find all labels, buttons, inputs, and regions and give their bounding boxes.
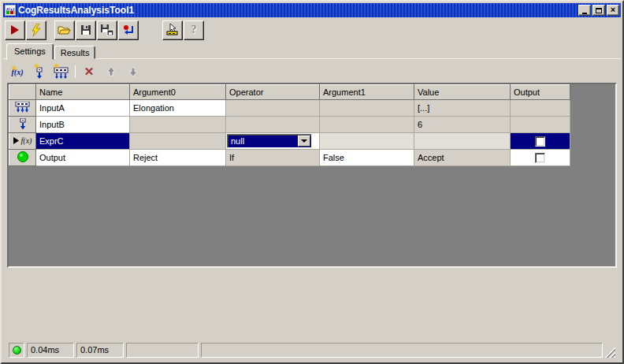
arrow-up-icon bbox=[106, 66, 117, 77]
tab-settings[interactable]: Settings bbox=[6, 43, 54, 60]
add-input-button[interactable]: ✳ bbox=[31, 64, 48, 80]
cell-name[interactable]: Output bbox=[36, 150, 130, 166]
cell-value[interactable] bbox=[414, 133, 511, 150]
open-folder-icon bbox=[58, 24, 72, 36]
cell-operator[interactable] bbox=[226, 117, 320, 133]
new-input-icon: ✳ bbox=[34, 65, 45, 80]
help-button: ? bbox=[184, 20, 204, 40]
dropdown-button[interactable] bbox=[298, 136, 310, 147]
operator-dropdown[interactable]: null bbox=[227, 134, 312, 148]
grid-toolbar: ✳f(x)✳✳✕ bbox=[7, 61, 617, 83]
open-button[interactable] bbox=[54, 20, 75, 40]
cell-name[interactable]: ExprC bbox=[36, 133, 130, 150]
cell-name[interactable]: InputB bbox=[36, 117, 130, 133]
resize-grip[interactable] bbox=[605, 347, 615, 358]
delete-x-icon: ✕ bbox=[84, 65, 95, 79]
cog-results-analysis-tool-window: f(x) CogResultsAnalysisTool1 × ? Setting… bbox=[0, 0, 624, 364]
delete-button[interactable]: ✕ bbox=[80, 64, 98, 80]
cell-argument0[interactable] bbox=[130, 117, 226, 133]
titlebar[interactable]: f(x) CogResultsAnalysisTool1 × bbox=[3, 3, 621, 17]
move-down-button bbox=[124, 64, 142, 80]
run-button[interactable] bbox=[5, 20, 25, 40]
cell-argument0[interactable] bbox=[130, 133, 226, 150]
cell-value[interactable]: 6 bbox=[414, 117, 511, 133]
app-icon: f(x) bbox=[5, 5, 16, 16]
save-as-button[interactable] bbox=[97, 20, 117, 40]
cell-output[interactable] bbox=[511, 100, 570, 117]
save-as-icon bbox=[100, 24, 114, 36]
window-title: CogResultsAnalysisTool1 bbox=[18, 5, 578, 16]
local-editor-button[interactable] bbox=[162, 20, 183, 40]
table-row: OutputRejectIfFalseAccept bbox=[9, 150, 570, 166]
input-pin-icon bbox=[17, 118, 28, 130]
column-header-argument1[interactable]: Argument1 bbox=[320, 85, 414, 100]
minimize-icon bbox=[582, 13, 587, 14]
cursor-ruler-icon bbox=[166, 24, 179, 36]
table-row: InputAElongation[...] bbox=[9, 100, 570, 117]
tab-results[interactable]: Results bbox=[54, 46, 96, 59]
add-expression-button[interactable]: ✳f(x) bbox=[9, 64, 26, 80]
status-time-2: 0.07ms bbox=[76, 343, 124, 358]
status-panel-3 bbox=[126, 343, 199, 358]
cell-operator[interactable]: If bbox=[226, 150, 320, 166]
status-led-panel bbox=[9, 343, 24, 358]
electric-run-button[interactable] bbox=[26, 20, 46, 40]
run-icon bbox=[9, 24, 21, 36]
maximize-icon bbox=[596, 8, 602, 13]
output-checkbox[interactable] bbox=[535, 136, 545, 147]
cell-operator: null bbox=[226, 133, 320, 150]
new-expression-icon: ✳f(x) bbox=[12, 67, 24, 76]
chevron-down-icon bbox=[301, 139, 307, 146]
cell-output[interactable] bbox=[511, 117, 570, 133]
question-mark-icon: ? bbox=[191, 24, 197, 36]
cell-argument1[interactable] bbox=[320, 100, 414, 117]
status-led-icon bbox=[13, 346, 21, 355]
column-header-argument0[interactable]: Argument0 bbox=[130, 85, 226, 100]
cell-operator[interactable] bbox=[226, 100, 320, 117]
new-inputs-icon: ✳ bbox=[54, 65, 69, 80]
arrow-down-icon bbox=[128, 66, 139, 77]
row-selector[interactable] bbox=[9, 117, 36, 133]
cell-argument1[interactable]: False bbox=[320, 150, 414, 166]
reset-icon bbox=[122, 24, 135, 36]
multi-input-pins-icon bbox=[15, 102, 31, 113]
column-header-value[interactable]: Value bbox=[414, 85, 511, 100]
add-inputs-button[interactable]: ✳ bbox=[53, 64, 70, 80]
move-up-button bbox=[102, 64, 120, 80]
close-icon: × bbox=[611, 6, 615, 14]
column-header-name[interactable]: Name bbox=[36, 85, 130, 100]
results-grid-panel: NameArgument0OperatorArgument1ValueOutpu… bbox=[7, 83, 617, 268]
row-selector[interactable] bbox=[9, 100, 36, 117]
cell-argument0[interactable]: Elongation bbox=[130, 100, 226, 117]
row-selector[interactable] bbox=[9, 150, 36, 166]
cell-name[interactable]: InputA bbox=[36, 100, 130, 117]
row-arrow-fx-icon: f(x) bbox=[13, 136, 32, 145]
toolbar-separator bbox=[75, 65, 76, 78]
cell-argument1[interactable] bbox=[320, 133, 414, 150]
reset-button[interactable] bbox=[118, 20, 139, 40]
table-row: InputB6 bbox=[9, 117, 570, 133]
maximize-button[interactable] bbox=[592, 5, 605, 16]
cell-argument0[interactable]: Reject bbox=[130, 150, 226, 166]
save-button[interactable] bbox=[76, 20, 96, 40]
output-checkbox[interactable] bbox=[535, 153, 545, 163]
column-header-operator[interactable]: Operator bbox=[226, 85, 320, 100]
close-button[interactable]: × bbox=[607, 5, 619, 16]
cell-output bbox=[511, 133, 570, 150]
minimize-button[interactable] bbox=[578, 5, 591, 16]
lightning-icon bbox=[30, 24, 43, 36]
cell-value[interactable]: [...] bbox=[414, 100, 511, 117]
settings-tab-page: ✳f(x)✳✳✕ NameArgument0OperatorArgument1V… bbox=[3, 59, 621, 361]
column-header-output[interactable]: Output bbox=[511, 85, 570, 100]
green-led-icon bbox=[17, 150, 29, 163]
cell-argument1[interactable] bbox=[320, 117, 414, 133]
cell-value[interactable]: Accept bbox=[414, 150, 511, 166]
table-row: f(x)ExprCnull bbox=[9, 133, 570, 150]
row-selector[interactable]: f(x) bbox=[9, 133, 36, 150]
results-table: NameArgument0OperatorArgument1ValueOutpu… bbox=[9, 84, 570, 166]
save-icon bbox=[80, 24, 92, 36]
operator-dropdown-value: null bbox=[228, 136, 298, 146]
tab-strip: SettingsResults bbox=[3, 43, 621, 59]
status-panel-4 bbox=[201, 343, 603, 358]
row-selector-header bbox=[9, 85, 36, 100]
